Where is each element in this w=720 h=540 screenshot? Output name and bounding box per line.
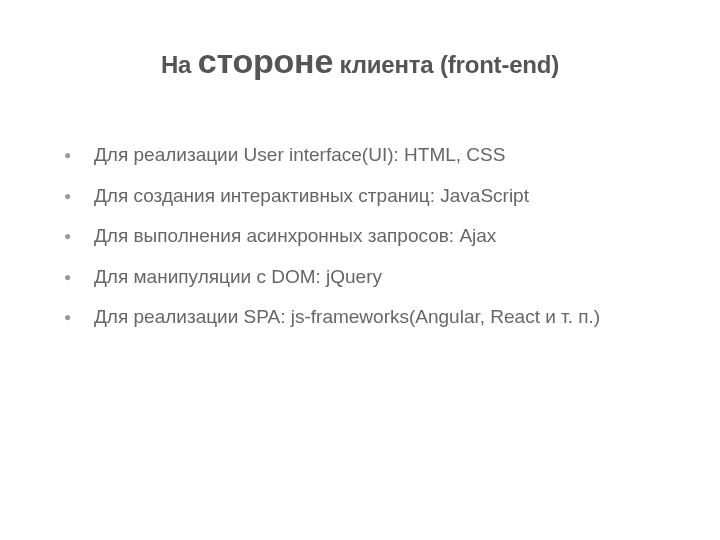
slide-title: На стороне клиента (front-end): [52, 42, 668, 81]
list-item: Для выполнения асинхронных запросов: Aja…: [64, 222, 668, 250]
list-item: Для реализации SPA: js-frameworks(Angula…: [64, 303, 668, 331]
list-item: Для манипуляции с DOM: jQuery: [64, 263, 668, 291]
bullet-list: Для реализации User interface(UI): HTML,…: [52, 141, 668, 331]
title-prefix: На: [161, 51, 198, 78]
slide: На стороне клиента (front-end) Для реали…: [0, 0, 720, 540]
list-item: Для реализации User interface(UI): HTML,…: [64, 141, 668, 169]
title-suffix: клиента (front-end): [333, 51, 559, 78]
title-emphasis: стороне: [198, 42, 333, 80]
list-item: Для создания интерактивных страниц: Java…: [64, 182, 668, 210]
